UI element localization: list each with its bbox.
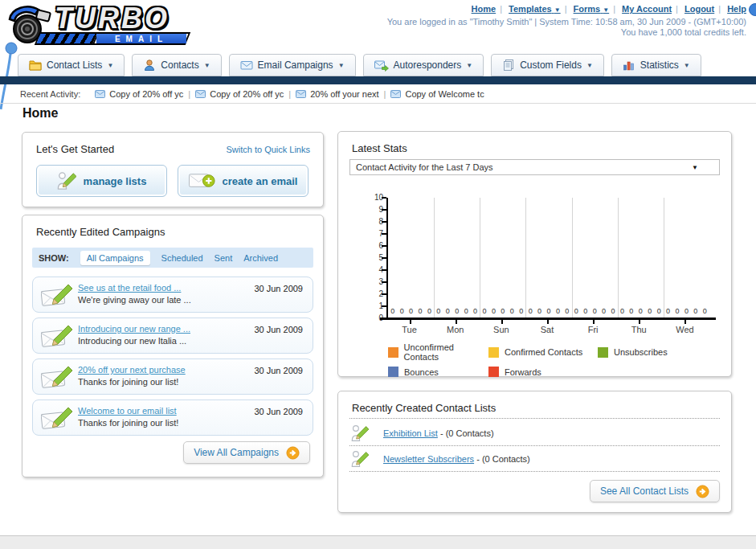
contact-list-count: - (0 Contacts)	[476, 454, 530, 464]
campaign-row[interactable]: 20% off your next purchase Thanks for jo…	[32, 358, 313, 395]
legend-item: Bounces	[388, 367, 488, 377]
data-value-label: 0	[628, 307, 635, 315]
person-pencil-icon	[351, 449, 369, 469]
x-tick-mark	[456, 320, 457, 324]
recent-activity-item[interactable]: Copy of 20% off yc	[195, 89, 284, 99]
x-tick-mark	[684, 320, 686, 324]
contact-activity-chart: 012345678910 000000000000000000000000000…	[351, 186, 721, 339]
chevron-down-icon: ▼	[586, 62, 593, 69]
nav-tab-custom-fields[interactable]: Custom Fields▼	[491, 54, 604, 76]
envelope-icon	[296, 90, 306, 98]
stats-title: Latest Stats	[352, 142, 407, 154]
person-pencil-icon	[351, 424, 369, 443]
envelope-plus-icon	[189, 171, 215, 191]
x-tick-mark	[593, 320, 595, 324]
nav-tab-autoresponders[interactable]: Autoresponders▼	[363, 54, 484, 76]
login-info: You are logged in as "Timothy Smith" | S…	[387, 17, 746, 27]
contact-list-count: - (0 Contacts)	[440, 428, 494, 438]
campaign-row[interactable]: Introducing our new range ... Introducin…	[32, 318, 313, 354]
data-value-label: 0	[435, 307, 442, 315]
recent-campaigns-panel: Recently Edited Campaigns SHOW: All Camp…	[22, 215, 324, 477]
y-tick-label: 7	[359, 229, 383, 238]
tab-sent[interactable]: Sent	[215, 253, 233, 263]
contact-list-link[interactable]: Exhibition List	[383, 428, 438, 438]
tab-all-campaigns[interactable]: All Campaigns	[80, 251, 150, 265]
manage-lists-button[interactable]: manage lists	[36, 165, 167, 197]
data-value-label: 0	[390, 307, 396, 315]
top-link-my-account[interactable]: My Account	[622, 4, 672, 14]
contact-lists-title: Recently Created Contact Lists	[352, 402, 496, 414]
recent-activity-item[interactable]: Copy of 20% off yc	[95, 89, 183, 99]
data-value-label: 0	[564, 307, 570, 315]
data-value-label: 0	[472, 307, 479, 315]
campaign-title-link[interactable]: Welcome to our email list	[78, 406, 177, 416]
y-tick-label: 6	[359, 241, 383, 250]
legend-label: Unconfirmed Contacts	[404, 342, 488, 362]
data-value-label: 0	[537, 307, 543, 315]
legend-label: Bounces	[404, 367, 439, 377]
envelope-pencil-icon	[41, 407, 73, 431]
x-tick-mark	[639, 320, 640, 324]
switch-quick-links-link[interactable]: Switch to Quick Links	[226, 145, 310, 154]
recent-activity-bar: Recent Activity: Copy of 20% off yc| Cop…	[0, 84, 756, 104]
see-all-contact-lists-button[interactable]: See All Contact Lists	[590, 480, 720, 502]
chart-legend: Unconfirmed Contacts Confirmed Contacts …	[388, 342, 726, 377]
contact-lists-panel: Recently Created Contact Lists Exhibitio…	[337, 391, 732, 513]
campaign-title-link[interactable]: Introducing our new range ...	[78, 324, 190, 334]
top-link-help[interactable]: Help	[727, 4, 746, 14]
view-all-campaigns-button[interactable]: View All Campaigns	[183, 441, 310, 464]
recent-activity-item[interactable]: 20% off your next	[296, 89, 378, 99]
y-tick-label: 9	[359, 205, 383, 214]
page-title: Home	[22, 106, 58, 121]
stats-period-select[interactable]: Contact Activity for the Last 7 Days ▼	[349, 159, 720, 175]
contact-list-link[interactable]: Newsletter Subscribers	[383, 454, 474, 464]
campaign-title-link[interactable]: See us at the retail food ...	[78, 283, 181, 293]
campaign-subject: Introducing our new Italia ...	[78, 336, 186, 346]
chevron-down-icon: ▼	[338, 62, 345, 69]
campaign-title-link[interactable]: 20% off your next purchase	[78, 365, 186, 375]
nav-tab-email-campaigns[interactable]: Email Campaigns▼	[229, 54, 356, 76]
legend-swatch	[488, 367, 499, 377]
x-axis-label: Tue	[386, 325, 432, 334]
logo-title: TURBO	[55, 2, 170, 35]
x-axis-label: Wed	[662, 325, 708, 334]
data-value-label: 0	[601, 307, 607, 315]
data-value-label: 0	[674, 307, 680, 315]
tab-scheduled[interactable]: Scheduled	[161, 253, 203, 263]
data-value-label: 0	[509, 307, 515, 315]
orange-arrow-icon	[696, 485, 709, 498]
chart-gridline	[664, 198, 664, 318]
envelope-pencil-icon	[41, 325, 73, 349]
data-value-label: 0	[591, 307, 598, 315]
create-email-button[interactable]: create an email	[178, 165, 309, 197]
data-value-label: 0	[637, 307, 644, 315]
credits-info: You have 1,000 total credits left.	[621, 27, 746, 37]
get-started-panel: Let's Get Started Switch to Quick Links …	[22, 132, 324, 207]
data-value-label: 0	[463, 307, 469, 315]
nav-tab-statistics[interactable]: Statistics▼	[611, 54, 701, 76]
data-value-label: 0	[444, 307, 451, 315]
logo-bar: EMAIL	[35, 32, 190, 45]
app-logo: TURBO EMAIL	[5, 2, 191, 48]
top-link-templates[interactable]: Templates ▼	[509, 4, 561, 14]
legend-label: Unsubscribes	[614, 347, 668, 357]
campaign-subject: Thanks for joining our list!	[78, 377, 178, 387]
recent-activity-item[interactable]: Copy of Welcome tc	[390, 89, 484, 99]
campaign-row[interactable]: See us at the retail food ... We're givi…	[32, 277, 313, 313]
nav-tab-contacts[interactable]: Contacts▼	[132, 54, 221, 76]
campaign-date: 30 Jun 2009	[254, 407, 303, 416]
x-axis-label: Sat	[524, 325, 570, 334]
campaign-row[interactable]: Welcome to our email list Thanks for joi…	[32, 399, 313, 436]
legend-item: Confirmed Contacts	[488, 342, 598, 362]
tab-archived[interactable]: Archived	[243, 253, 278, 263]
data-value-label: 0	[610, 307, 616, 315]
nav-tab-contact-lists[interactable]: Contact Lists▼	[18, 54, 125, 76]
top-link-forms[interactable]: Forms ▼	[574, 4, 610, 14]
data-value-label: 0	[693, 307, 699, 315]
top-link-home[interactable]: Home	[472, 4, 497, 14]
envelope-icon	[195, 90, 206, 98]
data-value-label: 0	[500, 307, 506, 315]
top-link-logout[interactable]: Logout	[684, 4, 714, 14]
person-pencil-icon	[57, 171, 76, 191]
y-tick-label: 3	[359, 277, 383, 286]
